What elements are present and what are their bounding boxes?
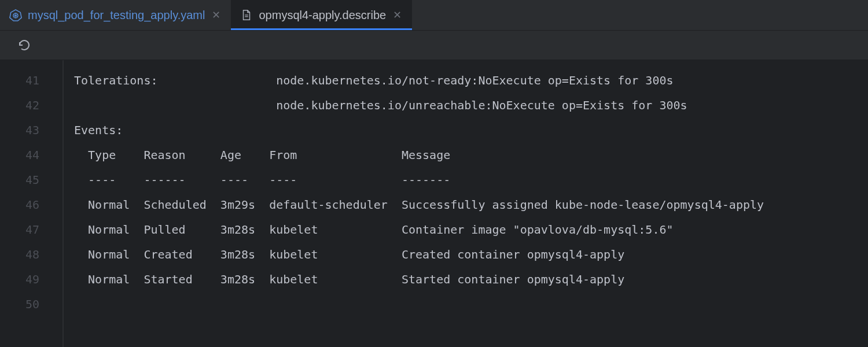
code-line: Normal Started 3m28s kubelet Started con…	[64, 267, 764, 292]
line-number: 46	[0, 193, 62, 217]
code-line: Normal Created 3m28s kubelet Created con…	[64, 242, 764, 267]
code-line: Tolerations: node.kubernetes.io/not-read…	[64, 68, 764, 93]
line-number: 43	[0, 118, 62, 143]
editor-area: 41424344454647484950 Tolerations: node.k…	[0, 60, 868, 347]
file-icon	[240, 9, 253, 21]
code-line: node.kubernetes.io/unreachable:NoExecute…	[64, 93, 764, 118]
close-icon[interactable]: ✕	[211, 9, 222, 21]
refresh-icon	[17, 38, 31, 52]
line-number: 45	[0, 168, 62, 193]
toolbar	[0, 30, 868, 60]
code-line: ---- ------ ---- ---- -------	[64, 168, 764, 193]
refresh-button[interactable]	[16, 37, 32, 53]
tab-yaml-file[interactable]: mysql_pod_for_testing_apply.yaml ✕	[0, 0, 231, 30]
code-content[interactable]: Tolerations: node.kubernetes.io/not-read…	[64, 60, 764, 347]
tab-describe-file[interactable]: opmysql4-apply.describe ✕	[231, 0, 412, 30]
tab-label: mysql_pod_for_testing_apply.yaml	[28, 9, 205, 22]
line-number: 42	[0, 93, 62, 118]
code-line: Normal Pulled 3m28s kubelet Container im…	[64, 217, 764, 242]
line-number: 50	[0, 292, 62, 317]
code-line: Type Reason Age From Message	[64, 143, 764, 168]
close-icon[interactable]: ✕	[392, 9, 403, 21]
kubernetes-icon	[9, 9, 22, 21]
tabs-bar: mysql_pod_for_testing_apply.yaml ✕ opmys…	[0, 0, 868, 30]
gutter: 41424344454647484950	[0, 60, 64, 347]
line-number: 47	[0, 217, 62, 242]
code-line	[64, 292, 764, 317]
line-number: 48	[0, 242, 62, 267]
tab-label: opmysql4-apply.describe	[259, 9, 386, 22]
line-number: 41	[0, 68, 62, 93]
line-number: 49	[0, 267, 62, 292]
code-line: Normal Scheduled 3m29s default-scheduler…	[64, 193, 764, 217]
code-line: Events:	[64, 118, 764, 143]
line-number: 44	[0, 143, 62, 168]
